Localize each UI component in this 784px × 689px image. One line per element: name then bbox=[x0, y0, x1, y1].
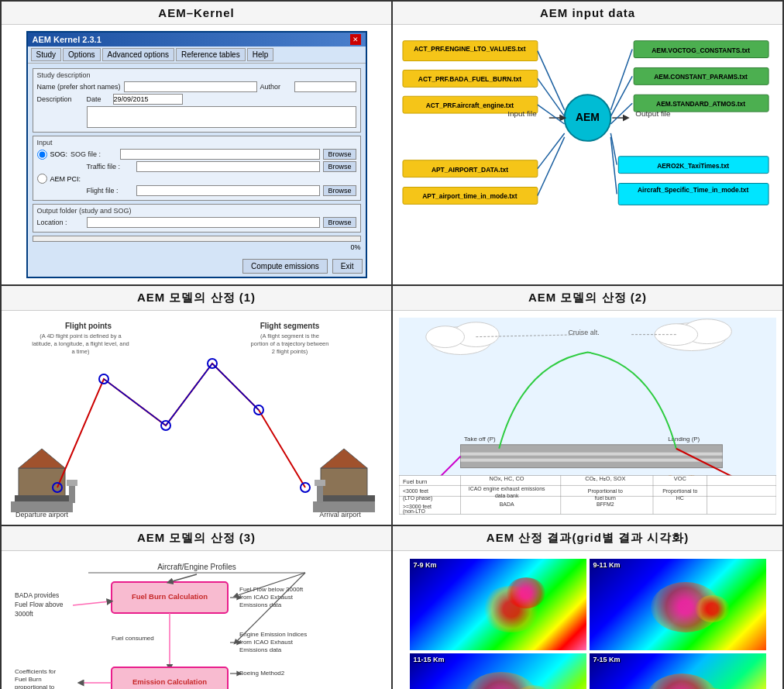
svg-text:BFFM2: BFFM2 bbox=[597, 501, 614, 507]
svg-text:(non-LTO: (non-LTO bbox=[403, 508, 426, 515]
aem-titlebar: AEM Kernel 2.3.1 ✕ bbox=[28, 33, 366, 47]
grid-maps-container: 7-9 Km 9-11 Km 11-15 Km bbox=[410, 559, 766, 689]
svg-text:BADA provides: BADA provides bbox=[15, 591, 59, 599]
svg-text:Emissions data: Emissions data bbox=[239, 646, 282, 653]
flight-browse-btn[interactable]: Browse bbox=[323, 185, 356, 196]
name-input[interactable] bbox=[124, 81, 257, 92]
aem-menubar: Study Options Advanced options Reference… bbox=[28, 47, 366, 64]
svg-text:Output file: Output file bbox=[635, 109, 671, 118]
menu-help[interactable]: Help bbox=[247, 48, 274, 61]
menu-options[interactable]: Options bbox=[63, 48, 100, 61]
cell-header-model3: AEM 모델의 산정 (3) bbox=[2, 526, 391, 551]
menu-reference[interactable]: Reference tables bbox=[176, 48, 246, 61]
sog-row: SOG: SOG file : Browse bbox=[37, 149, 356, 160]
location-browse-btn[interactable]: Browse bbox=[323, 217, 356, 228]
hotspot-7 bbox=[645, 673, 719, 689]
svg-text:latitude, a longitude, a fligh: latitude, a longitude, a flight level, a… bbox=[32, 340, 129, 347]
output-section-title: Output folder (study and SOG) bbox=[37, 207, 356, 215]
exit-btn[interactable]: Exit bbox=[332, 259, 363, 274]
svg-text:Fuel consumed: Fuel consumed bbox=[112, 635, 154, 642]
svg-line-22 bbox=[610, 76, 632, 116]
aem-pci-radio[interactable] bbox=[37, 174, 47, 184]
svg-text:BADA: BADA bbox=[500, 501, 514, 507]
date-input[interactable] bbox=[113, 94, 183, 105]
cell-model3: AEM 모델의 산정 (3) Aircraft/Engine Profiles … bbox=[1, 525, 392, 689]
cell-grid: AEM 산정 결과(grid별 결과 시각화) 7-9 Km 9-11 Km bbox=[392, 525, 783, 689]
menu-advanced[interactable]: Advanced options bbox=[102, 48, 175, 61]
hotspot-2 bbox=[507, 577, 545, 608]
hotspot-4 bbox=[695, 595, 730, 622]
cell-model1: AEM 모델의 산정 (1) bbox=[1, 285, 392, 525]
svg-text:(A 4D flight point is defined : (A 4D flight point is defined by a bbox=[40, 332, 122, 339]
svg-text:Emission Calculation: Emission Calculation bbox=[132, 677, 206, 686]
input-section: Input SOG: SOG file : Browse Traffic fil bbox=[33, 136, 361, 201]
svg-text:AEM.STANDARD_ATMOS.txt: AEM.STANDARD_ATMOS.txt bbox=[656, 100, 745, 108]
sog-file-input[interactable] bbox=[120, 149, 320, 160]
grid-map-label-1: 7-9 Km bbox=[414, 561, 437, 569]
svg-text:Fuel Burn: Fuel Burn bbox=[15, 676, 42, 683]
author-input[interactable] bbox=[294, 81, 356, 92]
svg-text:(LTO phase): (LTO phase) bbox=[403, 495, 432, 501]
sog-label: SOG: bbox=[50, 150, 68, 158]
svg-text:APT_airport_time_in_mode.txt: APT_airport_time_in_mode.txt bbox=[422, 192, 518, 200]
aem-pci-label: AEM PCI: bbox=[50, 175, 81, 183]
date-label: Date bbox=[87, 95, 110, 103]
aem-close-button[interactable]: ✕ bbox=[350, 34, 361, 45]
svg-text:Fuel Burn Calculation: Fuel Burn Calculation bbox=[131, 592, 207, 601]
menu-study[interactable]: Study bbox=[31, 48, 62, 61]
svg-text:<3000 feet: <3000 feet bbox=[403, 488, 428, 494]
grid-map-2: 9-11 Km bbox=[590, 559, 766, 650]
sog-browse-btn[interactable]: Browse bbox=[323, 149, 356, 160]
desc-label: Description bbox=[37, 95, 84, 103]
svg-text:ACT_PRF.ENGINE_LTO_VALUES.txt: ACT_PRF.ENGINE_LTO_VALUES.txt bbox=[414, 45, 526, 53]
model1-diagram: Flight points (A 4D flight point is defi… bbox=[11, 317, 383, 518]
cell-header-model1: AEM 모델의 산정 (1) bbox=[2, 286, 391, 311]
svg-text:ICAO engine exhaust emissions: ICAO engine exhaust emissions bbox=[469, 486, 545, 492]
study-section-title: Study description bbox=[37, 71, 356, 79]
grid-map-label-4: 7-15 Km bbox=[593, 656, 621, 663]
progress-text: 0% bbox=[33, 243, 361, 251]
svg-text:VOC: VOC bbox=[674, 475, 687, 482]
traffic-input[interactable] bbox=[136, 161, 321, 172]
cell-body-input: ACT_PRF.ENGINE_LTO_VALUES.txt ACT_PRF.BA… bbox=[393, 25, 782, 226]
svg-text:ACT_PRF.aircraft_engine.txt: ACT_PRF.aircraft_engine.txt bbox=[426, 102, 514, 109]
aem-kernel-window: AEM Kernel 2.3.1 ✕ Study Options Advance… bbox=[26, 31, 367, 278]
svg-text:ACT_PRF.BADA_FUEL_BURN.txt: ACT_PRF.BADA_FUEL_BURN.txt bbox=[418, 75, 521, 83]
desc-row: Description Date bbox=[37, 94, 356, 105]
input-data-diagram: ACT_PRF.ENGINE_LTO_VALUES.txt ACT_PRF.BA… bbox=[399, 33, 776, 219]
cell-header-grid: AEM 산정 결과(grid별 결과 시각화) bbox=[393, 526, 782, 551]
svg-text:AEM: AEM bbox=[576, 111, 600, 123]
svg-text:Arrival airport: Arrival airport bbox=[319, 511, 361, 518]
svg-point-70 bbox=[426, 326, 465, 348]
svg-text:fuel burn: fuel burn bbox=[595, 495, 616, 501]
svg-text:3000ft: 3000ft bbox=[15, 610, 33, 618]
svg-text:Input file: Input file bbox=[507, 109, 537, 118]
svg-marker-37 bbox=[19, 449, 65, 468]
compute-btn[interactable]: Compute emissions bbox=[242, 259, 328, 274]
svg-line-19 bbox=[538, 78, 565, 116]
cell-body-model3: Aircraft/Engine Profiles BADA provides F… bbox=[2, 551, 391, 689]
svg-line-18 bbox=[538, 51, 565, 111]
output-section: Output folder (study and SOG) Location :… bbox=[33, 204, 361, 233]
location-input[interactable] bbox=[87, 217, 321, 228]
grid-layout: AEM–Kernel AEM Kernel 2.3.1 ✕ Study Opti… bbox=[1, 1, 783, 689]
aem-pci-row: AEM PCI: bbox=[37, 174, 356, 184]
grid-map-4: 7-15 Km bbox=[590, 653, 766, 689]
sog-file-label: SOG file : bbox=[70, 150, 117, 158]
svg-line-116 bbox=[73, 601, 110, 605]
description-textarea[interactable] bbox=[87, 106, 356, 128]
svg-text:Proportional to: Proportional to bbox=[588, 488, 623, 494]
progress-bar bbox=[33, 236, 361, 242]
svg-line-54 bbox=[104, 379, 166, 425]
flight-input[interactable] bbox=[136, 185, 321, 196]
traffic-browse-btn[interactable]: Browse bbox=[323, 161, 356, 172]
flight-label: Flight file : bbox=[87, 187, 133, 195]
sog-radio[interactable] bbox=[37, 150, 47, 160]
svg-line-20 bbox=[538, 105, 565, 124]
study-section: Study description Name (prefer short nam… bbox=[33, 68, 361, 133]
cell-body-model2: Cruise alt. Take off (P) Landing (P) bbox=[393, 311, 782, 521]
svg-rect-46 bbox=[317, 484, 323, 503]
flight-row: Flight file : Browse bbox=[37, 185, 356, 196]
svg-rect-47 bbox=[315, 480, 325, 486]
svg-line-56 bbox=[212, 363, 259, 410]
